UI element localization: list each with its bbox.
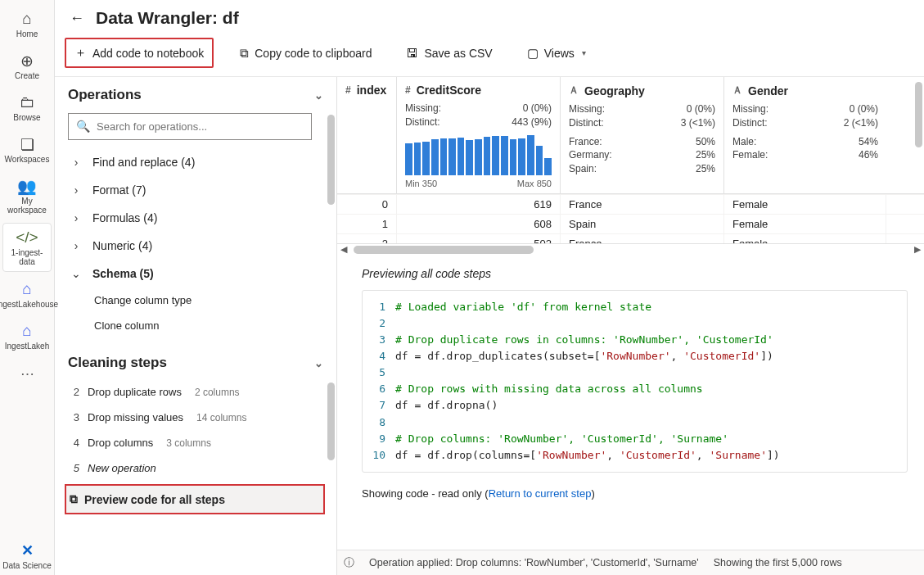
- search-icon: 🔍: [76, 120, 90, 133]
- operations-panel: 🔍 ›Find and replace (4) ›Format (7) ›For…: [55, 111, 336, 345]
- chevron-right-icon: ›: [70, 156, 83, 169]
- left-panel: Operations ⌄ 🔍 ›Find and replace (4) ›Fo…: [55, 77, 337, 575]
- chevron-down-icon: ⌄: [314, 357, 323, 369]
- step-row[interactable]: 3Drop missing values14 columns: [68, 405, 328, 430]
- data-rows: 0 619 France Female 1 608 Spain Female 2…: [337, 194, 924, 244]
- siderail-item-ingest-data[interactable]: </> 1-ingest-data: [2, 223, 52, 272]
- col-geography[interactable]: ＡGeography Missing:0 (0%) Distinct:3 (<1…: [561, 77, 724, 193]
- copy-icon: ⧉: [240, 46, 249, 61]
- operations-header[interactable]: Operations ⌄: [55, 77, 336, 111]
- views-button[interactable]: ▢ Views ▾: [519, 40, 594, 66]
- op-change-column-type[interactable]: Change column type: [68, 288, 328, 313]
- status-rows: Showing the first 5,000 rows: [714, 557, 842, 568]
- folder-icon: 🗀: [20, 93, 35, 111]
- stack-icon: ❏: [20, 135, 34, 153]
- steps-header[interactable]: Cleaning steps ⌄: [55, 345, 336, 379]
- lakehouse-icon: ⌂: [22, 280, 31, 298]
- op-formulas[interactable]: ›Formulas (4): [68, 204, 328, 232]
- home-icon: ⌂: [22, 10, 31, 28]
- code-preview-area: Previewing all code steps 1# Loaded vari…: [337, 256, 924, 550]
- main: ← Data Wrangler: df ＋ Add code to notebo…: [55, 0, 924, 575]
- plus-icon: ＋: [74, 45, 87, 61]
- chevron-right-icon: ›: [70, 211, 83, 224]
- col-gender[interactable]: ＡGender Missing:0 (0%) Distinct:2 (<1%) …: [724, 77, 886, 193]
- hash-icon: #: [405, 84, 411, 96]
- status-message: Operation applied: Drop columns: 'RowNum…: [369, 557, 699, 568]
- preview-code-all-steps[interactable]: ⧉ Preview code for all steps: [65, 484, 325, 514]
- search-input[interactable]: [68, 113, 312, 140]
- chevron-down-icon: ⌄: [314, 89, 323, 102]
- siderail-item-browse[interactable]: 🗀 Browse: [2, 88, 52, 127]
- preview-title: Previewing all code steps: [362, 267, 908, 280]
- return-current-step-link[interactable]: Return to current step: [489, 487, 592, 500]
- table-row[interactable]: 2 502 France Female: [337, 233, 924, 243]
- siderail-more[interactable]: ⋯: [20, 359, 34, 389]
- copy-code-button[interactable]: ⧉ Copy code to clipboard: [232, 40, 380, 66]
- status-bar: ⓘ Operation applied: Drop columns: 'RowN…: [337, 550, 924, 575]
- scrollbar-thumb[interactable]: [354, 246, 534, 254]
- layout-icon: ▢: [527, 46, 539, 61]
- steps-panel: 2Drop duplicate rows2 columns 3Drop miss…: [55, 379, 336, 575]
- table-row[interactable]: 1 608 Spain Female: [337, 214, 924, 233]
- siderail-item-home[interactable]: ⌂ Home: [2, 5, 52, 43]
- chevron-down-icon: ⌄: [70, 267, 83, 280]
- right-panel: #index #CreditScore Missing:0 (0%) Disti…: [337, 77, 924, 575]
- chevron-right-icon: ›: [70, 183, 83, 197]
- lakehouse-icon: ⌂: [22, 322, 31, 340]
- siderail-item-myworkspace[interactable]: 👥 My workspace: [2, 172, 52, 220]
- info-icon: ⓘ: [344, 555, 354, 570]
- siderail-item-workspaces[interactable]: ❏ Workspaces: [2, 130, 52, 169]
- chevron-right-icon: ›: [70, 239, 83, 252]
- add-code-button[interactable]: ＋ Add code to notebook: [65, 38, 214, 68]
- table-row[interactable]: 0 619 France Female: [337, 194, 924, 214]
- scrollbar-thumb[interactable]: [915, 82, 922, 147]
- data-science-icon: ✕: [21, 541, 34, 559]
- col-creditscore[interactable]: #CreditScore Missing:0 (0%) Distinct:443…: [397, 77, 561, 193]
- hscrollbar[interactable]: ◀ ▶: [337, 244, 924, 256]
- side-rail: ⌂ Home ⊕ Create 🗀 Browse ❏ Workspaces 👥 …: [0, 0, 55, 575]
- text-icon: Ａ: [569, 84, 579, 97]
- code-footer: Showing code - read only (Return to curr…: [362, 487, 908, 500]
- header: ← Data Wrangler: df: [55, 0, 924, 34]
- save-icon: 🖫: [406, 46, 418, 60]
- op-clone-column[interactable]: Clone column: [68, 313, 328, 338]
- step-row[interactable]: 4Drop columns3 columns: [68, 430, 328, 455]
- people-icon: 👥: [17, 177, 37, 195]
- back-button[interactable]: ←: [70, 10, 84, 27]
- code-block: 1# Loaded variable 'df' from kernel stat…: [362, 290, 908, 473]
- step-row[interactable]: 2Drop duplicate rows2 columns: [68, 379, 328, 405]
- histogram: [405, 134, 552, 175]
- chevron-down-icon: ▾: [582, 48, 586, 57]
- scrollbar-thumb[interactable]: [327, 115, 335, 205]
- step-row-new[interactable]: 5New operation: [68, 455, 328, 481]
- code-icon: ⧉: [70, 492, 78, 506]
- siderail-item-create[interactable]: ⊕ Create: [2, 47, 52, 85]
- scrollbar-thumb[interactable]: [327, 383, 335, 460]
- siderail-item-lakehouse-2[interactable]: ⌂ IngestLakeh: [2, 317, 52, 355]
- siderail-item-lakehouse-1[interactable]: ⌂ IngestLakehouse: [2, 275, 52, 314]
- text-icon: Ａ: [732, 84, 742, 97]
- siderail-item-datascience[interactable]: ✕ Data Science: [2, 537, 52, 575]
- toolbar: ＋ Add code to notebook ⧉ Copy code to cl…: [55, 34, 924, 77]
- hash-icon: #: [345, 84, 351, 96]
- op-schema[interactable]: ⌄Schema (5): [68, 260, 328, 288]
- op-numeric[interactable]: ›Numeric (4): [68, 232, 328, 260]
- op-format[interactable]: ›Format (7): [68, 176, 328, 204]
- scroll-left-icon[interactable]: ◀: [340, 244, 347, 255]
- column-header-area: #index #CreditScore Missing:0 (0%) Disti…: [337, 77, 924, 194]
- scroll-right-icon[interactable]: ▶: [914, 244, 921, 255]
- plus-circle-icon: ⊕: [20, 52, 34, 70]
- notebook-icon: </>: [16, 229, 38, 247]
- op-find-replace[interactable]: ›Find and replace (4): [68, 148, 328, 176]
- col-index[interactable]: #index: [337, 77, 397, 193]
- page-title: Data Wrangler: df: [96, 8, 239, 28]
- save-csv-button[interactable]: 🖫 Save as CSV: [398, 40, 500, 66]
